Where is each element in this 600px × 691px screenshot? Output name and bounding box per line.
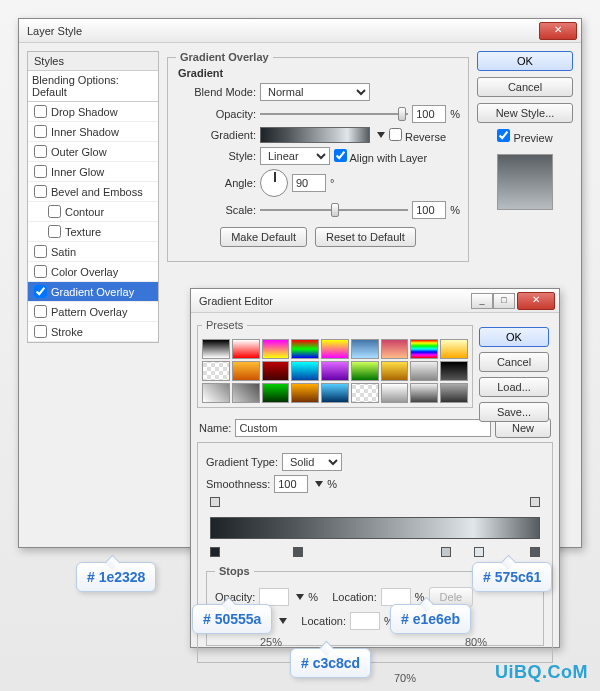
close-icon[interactable]: ✕ (517, 292, 555, 310)
style-item-stroke[interactable]: Stroke (28, 322, 158, 342)
color-stop[interactable] (210, 547, 220, 557)
style-item-pattern-overlay[interactable]: Pattern Overlay (28, 302, 158, 322)
checkbox[interactable] (34, 165, 47, 178)
close-icon[interactable]: ✕ (539, 22, 577, 40)
preset-swatch[interactable] (381, 383, 409, 403)
style-item-inner-glow[interactable]: Inner Glow (28, 162, 158, 182)
angle-input[interactable] (292, 174, 326, 192)
stop-opacity-label: Opacity: (215, 591, 255, 603)
opacity-stops-row[interactable] (210, 497, 540, 509)
chevron-down-icon[interactable] (315, 481, 323, 487)
preset-swatch[interactable] (262, 361, 290, 381)
styles-header[interactable]: Styles (28, 52, 158, 71)
layer-style-titlebar[interactable]: Layer Style ✕ (19, 19, 581, 43)
style-item-color-overlay[interactable]: Color Overlay (28, 262, 158, 282)
percent-label: 80% (465, 636, 487, 648)
percent-label: 25% (260, 636, 282, 648)
scale-label: Scale: (176, 204, 256, 216)
style-item-bevel-emboss[interactable]: Bevel and Emboss (28, 182, 158, 202)
checkbox[interactable] (34, 185, 47, 198)
ge-cancel-button[interactable]: Cancel (479, 352, 549, 372)
preset-swatch[interactable] (232, 383, 260, 403)
opacity-stop[interactable] (210, 497, 220, 507)
align-checkbox[interactable]: Align with Layer (334, 149, 427, 164)
preview-swatch (497, 154, 553, 210)
new-style-button[interactable]: New Style... (477, 103, 573, 123)
color-stop[interactable] (530, 547, 540, 557)
opacity-slider[interactable] (260, 106, 408, 122)
preset-swatch[interactable] (321, 361, 349, 381)
reverse-checkbox[interactable]: Reverse (389, 128, 446, 143)
checkbox[interactable] (34, 285, 47, 298)
preset-swatch[interactable] (440, 383, 468, 403)
grad-type-select[interactable]: Solid (282, 453, 342, 471)
cancel-button[interactable]: Cancel (477, 77, 573, 97)
smoothness-input[interactable] (274, 475, 308, 493)
checkbox[interactable] (34, 105, 47, 118)
preset-swatch[interactable] (232, 339, 260, 359)
name-input[interactable] (235, 419, 491, 437)
gradient-preview[interactable] (260, 127, 370, 143)
preset-swatch[interactable] (202, 383, 230, 403)
make-default-button[interactable]: Make Default (220, 227, 307, 247)
preset-swatch[interactable] (410, 361, 438, 381)
ge-save-button[interactable]: Save... (479, 402, 549, 422)
scale-slider[interactable] (260, 202, 408, 218)
ge-ok-button[interactable]: OK (479, 327, 549, 347)
opacity-stop[interactable] (530, 497, 540, 507)
checkbox[interactable] (34, 325, 47, 338)
blending-options[interactable]: Blending Options: Default (28, 71, 158, 102)
style-item-inner-shadow[interactable]: Inner Shadow (28, 122, 158, 142)
preset-swatch[interactable] (262, 383, 290, 403)
angle-dial[interactable] (260, 169, 288, 197)
checkbox[interactable] (34, 145, 47, 158)
reset-default-button[interactable]: Reset to Default (315, 227, 416, 247)
style-item-gradient-overlay[interactable]: Gradient Overlay (28, 282, 158, 302)
chevron-down-icon[interactable] (377, 132, 385, 138)
preset-swatch[interactable] (351, 383, 379, 403)
maximize-icon[interactable]: □ (493, 293, 515, 309)
preset-swatch[interactable] (410, 383, 438, 403)
checkbox[interactable] (34, 245, 47, 258)
style-item-drop-shadow[interactable]: Drop Shadow (28, 102, 158, 122)
gradient-editor-titlebar[interactable]: Gradient Editor _ □ ✕ (191, 289, 559, 313)
style-item-satin[interactable]: Satin (28, 242, 158, 262)
style-item-contour[interactable]: Contour (28, 202, 158, 222)
preset-swatch[interactable] (351, 361, 379, 381)
color-stops-row[interactable] (210, 547, 540, 559)
preset-swatch[interactable] (321, 383, 349, 403)
checkbox[interactable] (48, 225, 61, 238)
preset-swatch[interactable] (321, 339, 349, 359)
ge-load-button[interactable]: Load... (479, 377, 549, 397)
blend-mode-select[interactable]: Normal (260, 83, 370, 101)
checkbox[interactable] (48, 205, 61, 218)
color-stop[interactable] (474, 547, 484, 557)
preset-swatch[interactable] (202, 339, 230, 359)
preset-swatch[interactable] (440, 339, 468, 359)
gradient-bar[interactable] (210, 517, 540, 539)
preset-swatch[interactable] (410, 339, 438, 359)
checkbox[interactable] (34, 265, 47, 278)
preset-swatch[interactable] (351, 339, 379, 359)
opacity-input[interactable] (412, 105, 446, 123)
checkbox[interactable] (34, 125, 47, 138)
minimize-icon[interactable]: _ (471, 293, 493, 309)
preset-swatch[interactable] (291, 383, 319, 403)
preset-swatch[interactable] (291, 339, 319, 359)
style-item-texture[interactable]: Texture (28, 222, 158, 242)
checkbox[interactable] (34, 305, 47, 318)
preset-swatch[interactable] (440, 361, 468, 381)
preset-swatch[interactable] (291, 361, 319, 381)
preset-swatch[interactable] (232, 361, 260, 381)
color-stop[interactable] (441, 547, 451, 557)
preset-swatch[interactable] (262, 339, 290, 359)
ok-button[interactable]: OK (477, 51, 573, 71)
style-item-outer-glow[interactable]: Outer Glow (28, 142, 158, 162)
preset-swatch[interactable] (381, 361, 409, 381)
scale-input[interactable] (412, 201, 446, 219)
style-select[interactable]: Linear (260, 147, 330, 165)
preview-checkbox[interactable]: Preview (477, 129, 573, 144)
preset-swatch[interactable] (381, 339, 409, 359)
preset-swatch[interactable] (202, 361, 230, 381)
color-stop[interactable] (293, 547, 303, 557)
